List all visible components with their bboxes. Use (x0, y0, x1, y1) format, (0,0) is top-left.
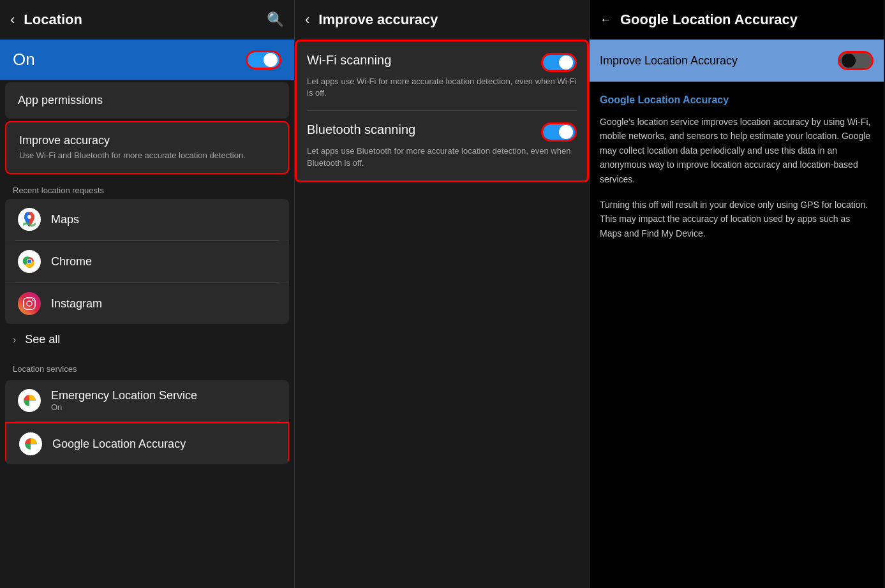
svg-point-3 (27, 260, 31, 263)
gla-title: Google Location Accuracy (620, 11, 874, 28)
toggle-track (248, 52, 279, 68)
wifi-scanning-title: Wi-Fi scanning (307, 53, 533, 68)
location-title: Location (24, 11, 267, 28)
svg-point-6 (32, 299, 33, 300)
emergency-location-sub: On (51, 402, 197, 412)
google-icon-gla (19, 432, 42, 455)
emergency-location-label: Emergency Location Service (51, 389, 197, 402)
gla-improve-row[interactable]: Improve Location Accuracy (590, 40, 884, 82)
gla-header: ← Google Location Accuracy (590, 0, 884, 40)
app-permissions-title: App permissions (18, 94, 276, 107)
gla-back-button[interactable]: ← (600, 13, 611, 27)
see-all-item[interactable]: › See all (0, 324, 294, 355)
emergency-location-item[interactable]: Emergency Location Service On (5, 380, 289, 422)
gla-toggle-switch[interactable] (838, 51, 874, 70)
recent-section-label: Recent location requests (0, 177, 294, 199)
gla-panel: ← Google Location Accuracy Improve Locat… (590, 0, 884, 588)
bluetooth-scanning-item[interactable]: Bluetooth scanning Let apps use Bluetoot… (297, 111, 587, 180)
google-location-accuracy-item[interactable]: Google Location Accuracy (5, 422, 289, 464)
chrome-label: Chrome (51, 255, 92, 268)
location-panel: ‹ Location 🔍 On App permissions Improve … (0, 0, 295, 588)
list-item-chrome[interactable]: Chrome (5, 241, 289, 283)
maps-label: Maps (51, 213, 79, 226)
toggle-thumb (264, 53, 278, 67)
svg-point-5 (27, 301, 32, 306)
wifi-scanning-item[interactable]: Wi-Fi scanning Let apps use Wi-Fi for mo… (297, 41, 587, 110)
gla-body: Google Location Accuracy Google's locati… (590, 82, 884, 265)
improve-back-button[interactable]: ‹ (305, 11, 309, 28)
wifi-scanning-header: Wi-Fi scanning (307, 53, 577, 72)
instagram-label: Instagram (51, 297, 102, 311)
list-item-maps[interactable]: Maps (5, 199, 289, 240)
back-button[interactable]: ‹ (10, 11, 15, 28)
improve-accuracy-header: ‹ Improve accuracy (295, 0, 589, 40)
wifi-scanning-wrapper: Wi-Fi scanning Let apps use Wi-Fi for mo… (295, 40, 589, 182)
gla-subtitle: Google Location Accuracy (600, 94, 874, 106)
bluetooth-toggle-switch[interactable] (541, 122, 577, 142)
gla-label: Google Location Accuracy (52, 437, 186, 451)
gla-paragraph-2: Turning this off will result in your dev… (600, 198, 874, 240)
improve-accuracy-item[interactable]: Improve accuracy Use Wi-Fi and Bluetooth… (5, 121, 289, 174)
svg-point-0 (27, 215, 31, 219)
recent-apps-list: Maps Chrome (5, 199, 289, 324)
maps-icon (18, 208, 41, 231)
wifi-toggle-switch[interactable] (541, 53, 577, 72)
improve-accuracy-panel: ‹ Improve accuracy Wi-Fi scanning Let ap… (295, 0, 590, 588)
location-toggle-label: On (13, 50, 35, 70)
improve-accuracy-title: Improve accuracy (19, 134, 275, 147)
location-toggle-switch[interactable] (246, 50, 281, 70)
improve-accuracy-header-title: Improve accuracy (318, 11, 579, 28)
bluetooth-scanning-header: Bluetooth scanning (307, 122, 577, 142)
bluetooth-scanning-desc: Let apps use Bluetooth for more accurate… (307, 145, 577, 168)
list-item-instagram[interactable]: Instagram (5, 283, 289, 324)
google-icon-emergency (18, 389, 41, 412)
location-services-label: Location services (0, 355, 294, 378)
see-all-label: See all (25, 333, 60, 346)
gla-toggle-track (840, 53, 872, 68)
wifi-scanning-desc: Let apps use Wi-Fi for more accurate loc… (307, 76, 577, 99)
chrome-icon (18, 250, 41, 273)
app-permissions-item[interactable]: App permissions (5, 82, 289, 119)
improve-accuracy-subtitle: Use Wi-Fi and Bluetooth for more accurat… (19, 150, 275, 161)
wifi-toggle-track (543, 55, 575, 70)
location-header: ‹ Location 🔍 (0, 0, 294, 40)
wifi-toggle-thumb (559, 55, 573, 70)
instagram-icon (18, 292, 41, 315)
search-icon[interactable]: 🔍 (267, 11, 284, 28)
chevron-icon: › (13, 334, 16, 346)
bluetooth-toggle-thumb (559, 125, 573, 139)
gla-paragraph-1: Google's location service improves locat… (600, 115, 874, 186)
location-toggle-row[interactable]: On (0, 40, 294, 80)
bluetooth-toggle-track (543, 124, 575, 140)
gla-toggle-thumb (842, 54, 856, 68)
bluetooth-scanning-title: Bluetooth scanning (307, 122, 533, 137)
gla-improve-label: Improve Location Accuracy (600, 54, 738, 68)
location-services-list: Emergency Location Service On Google Loc… (5, 380, 289, 464)
